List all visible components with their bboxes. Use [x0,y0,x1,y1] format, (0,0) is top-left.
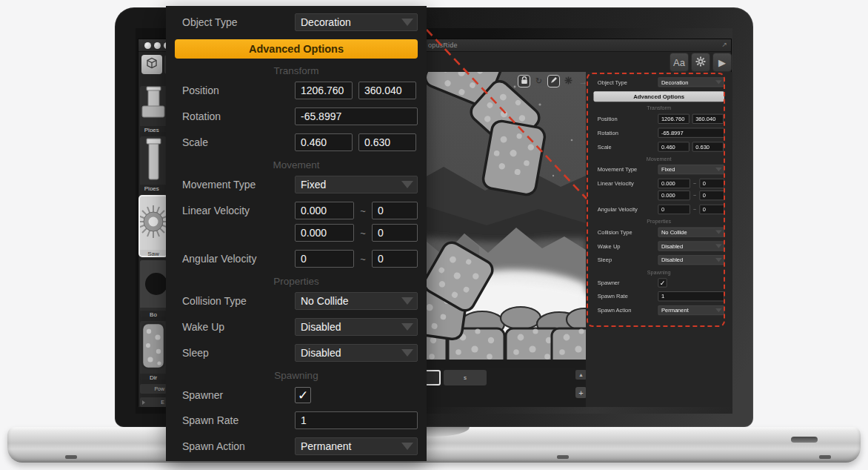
settings-button[interactable] [691,53,710,72]
sleep-dropdown[interactable]: Disabled [295,344,418,362]
collision-type-dropdown[interactable]: No Collide [295,292,418,310]
movement-type-dropdown[interactable]: Fixed [295,176,418,193]
position-x-input[interactable]: 1206.760 [295,82,353,99]
spawner-label: Spawner [182,386,295,401]
asset-sidebar: Pipes_ Pipes_ Saw Bo [138,52,168,407]
section-properties: Properties [175,276,418,287]
burst-button[interactable] [562,75,575,87]
object-type-row: Object Type Decoration [182,13,418,31]
tilde-separator: ~ [359,228,367,239]
collision-type-row: Collision Type No Collide [182,292,418,310]
laptop-foot [65,455,77,459]
angular-velocity-label: Angular Velocity [182,250,295,265]
traffic-light-icon[interactable] [154,42,161,49]
callout-rectangle [587,73,725,327]
scroll-up-icon: ▲ [578,372,584,377]
chevron-down-icon [401,323,413,331]
sleep-row: Sleep Disabled [182,344,418,362]
wake-up-row: Wake Up Disabled [182,318,418,336]
sidebar-item-label: Pow [154,386,164,391]
tilde-separator: ~ [359,205,367,216]
layer-tab[interactable]: s [444,370,487,385]
angular-velocity-row: Angular Velocity 0 ~ 0 [182,250,418,268]
spawn-action-row: Spawn Action Permanent [182,437,418,455]
scale-x-input[interactable]: 0.460 [295,133,353,151]
checkmark-icon: ✓ [298,388,308,403]
spawn-action-value: Permanent [301,440,351,452]
advanced-options-button[interactable]: Advanced Options [175,39,418,59]
lock-button[interactable] [518,75,530,87]
linear-velocity-x-input[interactable]: 0.000 [295,202,354,219]
asset-thumb-ball[interactable]: Bo [140,260,167,317]
angular-velocity-max-input[interactable]: 0 [372,250,418,268]
position-row: Position 1206.760 360.040 [182,82,418,99]
wake-up-dropdown[interactable]: Disabled [295,318,418,336]
laptop-foot [557,455,569,459]
section-spawning: Spawning [175,370,418,381]
dirt-block-icon [140,321,167,371]
scroll-up-button[interactable]: ▲ [575,370,587,380]
asset-thumb-pipes-elbow[interactable]: Pipes_ [140,86,167,132]
text-tool-button[interactable]: Aa [670,53,689,72]
expand-triangle-icon [142,400,145,405]
spawn-rate-input[interactable]: 1 [295,411,418,429]
add-button[interactable]: + [575,387,587,398]
inspector-content: Object Type Decoration Advanced Options … [166,6,427,463]
spawn-action-dropdown[interactable]: Permanent [295,437,418,455]
object-type-dropdown[interactable]: Decoration [295,13,418,31]
position-y-input[interactable]: 360.040 [358,82,416,99]
gear-icon [695,56,706,69]
traffic-light-icon[interactable] [144,42,151,49]
pipe-icon [140,136,167,182]
sleep-value: Disabled [301,347,341,359]
pipe-elbow-icon [140,86,167,123]
object-type-label: Object Type [182,13,295,28]
movement-type-value: Fixed [301,179,326,191]
collision-type-value: No Collide [301,295,349,307]
chevron-down-icon [401,297,413,305]
spawner-row: Spawner ✓ [182,386,418,403]
text-tool-label: Aa [673,57,685,68]
burst-icon [564,76,572,86]
play-icon: ▶ [718,57,726,68]
sleep-label: Sleep [182,344,295,359]
movement-type-row: Movement Type Fixed [182,176,418,193]
object-mode-button[interactable] [141,55,162,74]
linear-velocity-row: Linear Velocity 0.000 ~ 0 0.000 ~ 0 [182,202,418,242]
spawner-checkbox[interactable]: ✓ [295,387,311,403]
rotation-input[interactable]: -65.8997 [295,107,418,125]
inspector-panel: Object Type Decoration Advanced Options … [586,72,732,407]
section-movement: Movement [175,159,418,171]
linear-velocity-label: Linear Velocity [182,202,295,216]
sidebar-item-pow[interactable]: Pow [140,384,167,394]
chevron-down-icon [401,443,413,450]
angular-velocity-input[interactable]: 0 [295,250,354,268]
asset-thumb-saw[interactable]: Saw [140,196,167,256]
asset-thumb-label: Saw [140,250,167,256]
tilde-separator: ~ [359,254,367,265]
plus-icon: + [578,388,583,397]
chevron-down-icon [401,181,413,188]
linear-velocity-x-max-input[interactable]: 0 [372,202,418,219]
position-label: Position [182,82,295,96]
scale-y-input[interactable]: 0.630 [358,133,416,151]
asset-thumb-dirt[interactable]: Dir [140,321,167,380]
edit-button[interactable] [547,75,560,87]
asset-thumb-pipes-straight[interactable]: Pipes_ [140,136,167,191]
window-title: opusRide [428,42,458,49]
chevron-down-icon [401,19,413,26]
asset-thumb-label: Pipes_ [140,185,167,191]
rotation-row: Rotation -65.8997 [182,107,418,125]
linear-velocity-y-max-input[interactable]: 0 [372,224,418,242]
pencil-icon [550,76,558,86]
rotation-label: Rotation [182,107,295,122]
linear-velocity-y-input[interactable]: 0.000 [295,224,354,242]
chevron-down-icon [401,349,413,357]
sidebar-item-e[interactable]: E [140,397,167,407]
resize-icon[interactable]: ↗ [721,41,727,48]
play-button[interactable]: ▶ [712,53,732,72]
section-transform: Transform [175,65,418,76]
layer-tab-label: s [464,374,467,381]
asset-thumb-label: Dir [140,374,167,380]
rotate-button[interactable]: ↻ [533,75,545,87]
